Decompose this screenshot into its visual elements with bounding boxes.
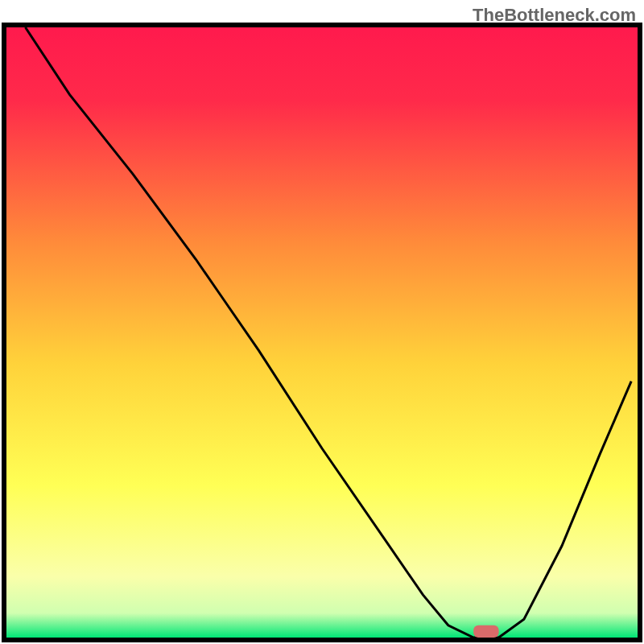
watermark-text: TheBottleneck.com [473,5,636,26]
chart-background [6,27,638,638]
chart-frame [2,23,642,642]
optimal-marker [473,625,498,638]
chart-container: TheBottleneck.com [0,0,644,644]
chart-svg [6,27,638,638]
chart-plot-area [6,27,638,638]
